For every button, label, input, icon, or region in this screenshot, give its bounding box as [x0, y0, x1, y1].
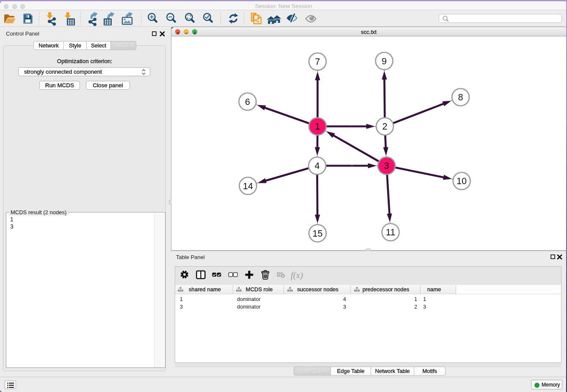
svg-text:f(x): f(x) — [291, 270, 303, 280]
svg-text:1: 1 — [315, 121, 320, 132]
svg-text:15: 15 — [313, 229, 323, 239]
svg-text:11: 11 — [386, 227, 395, 237]
svg-text:4: 4 — [315, 161, 320, 171]
svg-text:14: 14 — [243, 181, 253, 191]
svg-text:6: 6 — [245, 97, 250, 107]
svg-text:7: 7 — [315, 57, 320, 67]
svg-text:8: 8 — [458, 92, 463, 102]
svg-text:3: 3 — [384, 161, 389, 171]
svg-text:10: 10 — [457, 176, 467, 186]
svg-text:9: 9 — [382, 56, 387, 66]
svg-text:2: 2 — [383, 121, 388, 132]
